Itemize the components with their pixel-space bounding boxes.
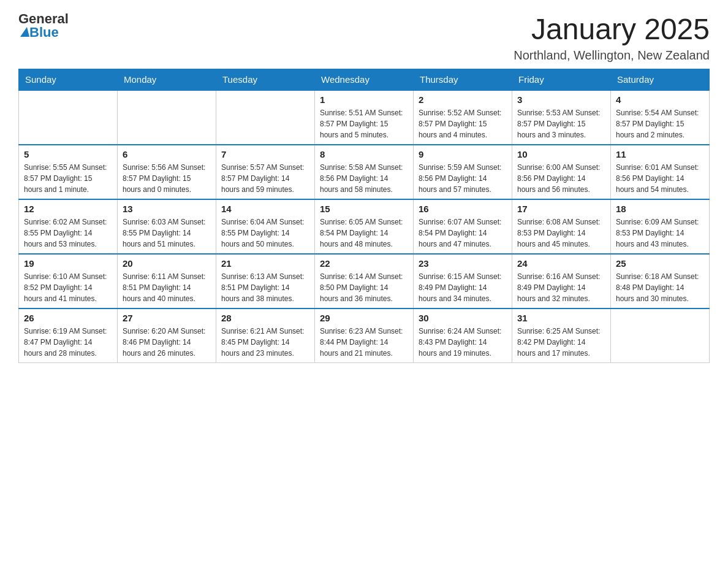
day-info: Sunrise: 5:59 AM Sunset: 8:56 PM Dayligh…	[419, 162, 507, 195]
calendar-cell: 15Sunrise: 6:05 AM Sunset: 8:54 PM Dayli…	[315, 199, 414, 254]
day-number: 21	[221, 258, 309, 269]
day-number: 9	[419, 149, 507, 159]
day-number: 3	[517, 94, 605, 105]
calendar-table: Sunday Monday Tuesday Wednesday Thursday…	[18, 69, 710, 363]
calendar-cell: 19Sunrise: 6:10 AM Sunset: 8:52 PM Dayli…	[19, 254, 118, 308]
day-number: 7	[221, 149, 309, 159]
calendar-cell: 28Sunrise: 6:21 AM Sunset: 8:45 PM Dayli…	[216, 308, 315, 363]
calendar-cell: 13Sunrise: 6:03 AM Sunset: 8:55 PM Dayli…	[118, 199, 216, 254]
day-info: Sunrise: 6:13 AM Sunset: 8:51 PM Dayligh…	[221, 271, 309, 304]
calendar-week-5: 26Sunrise: 6:19 AM Sunset: 8:47 PM Dayli…	[19, 308, 710, 363]
logo-icon: General Blue	[18, 12, 69, 39]
calendar-cell: 17Sunrise: 6:08 AM Sunset: 8:53 PM Dayli…	[512, 199, 611, 254]
day-info: Sunrise: 6:00 AM Sunset: 8:56 PM Dayligh…	[517, 162, 605, 195]
calendar-cell: 4Sunrise: 5:54 AM Sunset: 8:57 PM Daylig…	[611, 90, 710, 145]
calendar-cell: 12Sunrise: 6:02 AM Sunset: 8:55 PM Dayli…	[19, 199, 118, 254]
day-info: Sunrise: 6:16 AM Sunset: 8:49 PM Dayligh…	[517, 271, 605, 304]
day-info: Sunrise: 6:14 AM Sunset: 8:50 PM Dayligh…	[320, 271, 408, 304]
col-sunday: Sunday	[19, 69, 118, 91]
calendar-cell: 31Sunrise: 6:25 AM Sunset: 8:42 PM Dayli…	[512, 308, 611, 363]
day-number: 6	[123, 149, 211, 159]
calendar-week-2: 5Sunrise: 5:55 AM Sunset: 8:57 PM Daylig…	[19, 145, 710, 199]
day-info: Sunrise: 6:23 AM Sunset: 8:44 PM Dayligh…	[320, 326, 408, 359]
logo-general-text: General	[18, 12, 69, 26]
location-text: Northland, Wellington, New Zealand	[514, 48, 710, 63]
logo-triangle-icon	[20, 27, 29, 37]
day-info: Sunrise: 6:11 AM Sunset: 8:51 PM Dayligh…	[123, 271, 211, 304]
col-monday: Monday	[118, 69, 216, 91]
day-info: Sunrise: 6:02 AM Sunset: 8:55 PM Dayligh…	[24, 216, 112, 250]
calendar-cell: 25Sunrise: 6:18 AM Sunset: 8:48 PM Dayli…	[611, 254, 710, 308]
day-info: Sunrise: 6:10 AM Sunset: 8:52 PM Dayligh…	[24, 271, 112, 304]
month-title: January 2025	[514, 12, 710, 46]
day-number: 2	[419, 94, 507, 105]
calendar-week-4: 19Sunrise: 6:10 AM Sunset: 8:52 PM Dayli…	[19, 254, 710, 308]
day-number: 19	[24, 258, 112, 269]
day-number: 29	[320, 313, 408, 323]
col-friday: Friday	[512, 69, 611, 91]
day-number: 27	[123, 313, 211, 323]
day-info: Sunrise: 6:21 AM Sunset: 8:45 PM Dayligh…	[221, 326, 309, 359]
day-number: 25	[616, 258, 704, 269]
day-number: 5	[24, 149, 112, 159]
calendar-cell: 24Sunrise: 6:16 AM Sunset: 8:49 PM Dayli…	[512, 254, 611, 308]
calendar-cell: 5Sunrise: 5:55 AM Sunset: 8:57 PM Daylig…	[19, 145, 118, 199]
day-number: 15	[320, 204, 408, 214]
day-number: 12	[24, 204, 112, 214]
day-info: Sunrise: 6:24 AM Sunset: 8:43 PM Dayligh…	[419, 326, 507, 359]
calendar-cell: 18Sunrise: 6:09 AM Sunset: 8:53 PM Dayli…	[611, 199, 710, 254]
calendar-cell: 10Sunrise: 6:00 AM Sunset: 8:56 PM Dayli…	[512, 145, 611, 199]
calendar-header-row: Sunday Monday Tuesday Wednesday Thursday…	[19, 69, 710, 91]
day-number: 28	[221, 313, 309, 323]
calendar-cell: 14Sunrise: 6:04 AM Sunset: 8:55 PM Dayli…	[216, 199, 315, 254]
col-thursday: Thursday	[414, 69, 512, 91]
calendar-cell: 2Sunrise: 5:52 AM Sunset: 8:57 PM Daylig…	[414, 90, 512, 145]
logo: General Blue	[18, 12, 69, 39]
day-info: Sunrise: 6:25 AM Sunset: 8:42 PM Dayligh…	[517, 326, 605, 359]
day-info: Sunrise: 6:07 AM Sunset: 8:54 PM Dayligh…	[419, 216, 507, 250]
day-number: 14	[221, 204, 309, 214]
day-number: 17	[517, 204, 605, 214]
calendar-cell: 23Sunrise: 6:15 AM Sunset: 8:49 PM Dayli…	[414, 254, 512, 308]
day-info: Sunrise: 6:01 AM Sunset: 8:56 PM Dayligh…	[616, 162, 704, 195]
day-number: 31	[517, 313, 605, 323]
calendar-cell: 8Sunrise: 5:58 AM Sunset: 8:56 PM Daylig…	[315, 145, 414, 199]
day-info: Sunrise: 6:20 AM Sunset: 8:46 PM Dayligh…	[123, 326, 211, 359]
day-number: 11	[616, 149, 704, 159]
calendar-cell: 27Sunrise: 6:20 AM Sunset: 8:46 PM Dayli…	[118, 308, 216, 363]
day-number: 24	[517, 258, 605, 269]
calendar-cell: 3Sunrise: 5:53 AM Sunset: 8:57 PM Daylig…	[512, 90, 611, 145]
day-info: Sunrise: 6:19 AM Sunset: 8:47 PM Dayligh…	[24, 326, 112, 359]
calendar-cell: 21Sunrise: 6:13 AM Sunset: 8:51 PM Dayli…	[216, 254, 315, 308]
day-number: 8	[320, 149, 408, 159]
calendar-cell: 6Sunrise: 5:56 AM Sunset: 8:57 PM Daylig…	[118, 145, 216, 199]
day-info: Sunrise: 5:51 AM Sunset: 8:57 PM Dayligh…	[320, 107, 408, 140]
calendar-cell: 26Sunrise: 6:19 AM Sunset: 8:47 PM Dayli…	[19, 308, 118, 363]
calendar-cell	[118, 90, 216, 145]
day-info: Sunrise: 6:03 AM Sunset: 8:55 PM Dayligh…	[123, 216, 211, 250]
calendar-cell: 16Sunrise: 6:07 AM Sunset: 8:54 PM Dayli…	[414, 199, 512, 254]
calendar-cell: 7Sunrise: 5:57 AM Sunset: 8:57 PM Daylig…	[216, 145, 315, 199]
col-wednesday: Wednesday	[315, 69, 414, 91]
calendar-cell: 29Sunrise: 6:23 AM Sunset: 8:44 PM Dayli…	[315, 308, 414, 363]
calendar-cell	[611, 308, 710, 363]
calendar-week-3: 12Sunrise: 6:02 AM Sunset: 8:55 PM Dayli…	[19, 199, 710, 254]
day-number: 4	[616, 94, 704, 105]
col-saturday: Saturday	[611, 69, 710, 91]
calendar-cell: 20Sunrise: 6:11 AM Sunset: 8:51 PM Dayli…	[118, 254, 216, 308]
calendar-cell	[19, 90, 118, 145]
day-number: 10	[517, 149, 605, 159]
day-number: 18	[616, 204, 704, 214]
day-number: 20	[123, 258, 211, 269]
logo-blue-text: Blue	[29, 26, 59, 39]
day-info: Sunrise: 5:58 AM Sunset: 8:56 PM Dayligh…	[320, 162, 408, 195]
calendar-cell: 9Sunrise: 5:59 AM Sunset: 8:56 PM Daylig…	[414, 145, 512, 199]
day-info: Sunrise: 6:04 AM Sunset: 8:55 PM Dayligh…	[221, 216, 309, 250]
calendar-cell	[216, 90, 315, 145]
day-info: Sunrise: 5:56 AM Sunset: 8:57 PM Dayligh…	[123, 162, 211, 195]
day-info: Sunrise: 5:57 AM Sunset: 8:57 PM Dayligh…	[221, 162, 309, 195]
page-header: General Blue January 2025 Northland, Wel…	[18, 12, 710, 63]
calendar-cell: 30Sunrise: 6:24 AM Sunset: 8:43 PM Dayli…	[414, 308, 512, 363]
calendar-cell: 22Sunrise: 6:14 AM Sunset: 8:50 PM Dayli…	[315, 254, 414, 308]
calendar-week-1: 1Sunrise: 5:51 AM Sunset: 8:57 PM Daylig…	[19, 90, 710, 145]
